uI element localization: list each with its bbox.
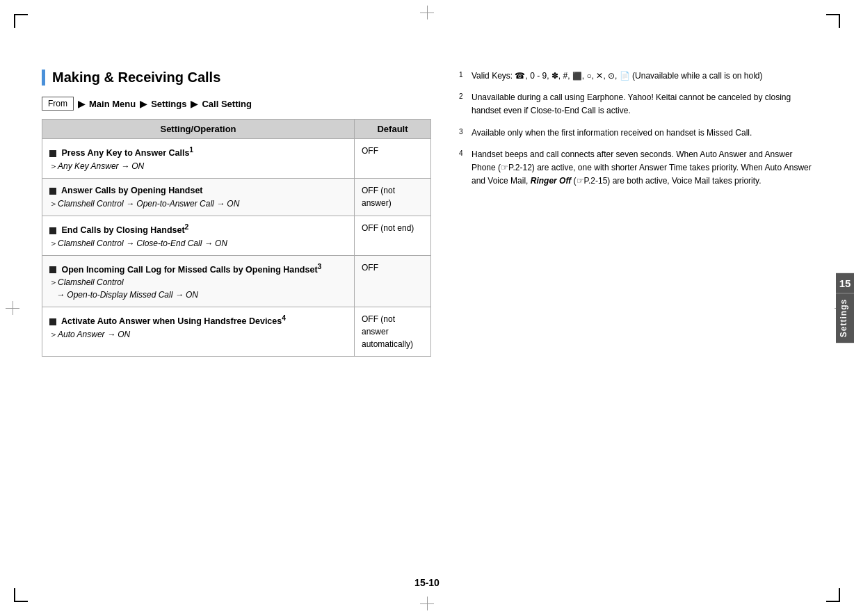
- default-cell-1: OFF: [355, 139, 431, 179]
- table-row: End Calls by Closing Handset2 ＞Clamshell…: [42, 216, 431, 255]
- breadcrumb-call-setting: Call Setting: [202, 99, 252, 109]
- setting-cell-4: Open Incoming Call Log for Missed Calls …: [42, 255, 355, 307]
- row-main-2: Answer Calls by Opening Handset: [49, 184, 347, 197]
- center-mark-top: [420, 6, 434, 19]
- note-text-3: Available only when the first informatio…: [472, 127, 814, 140]
- main-content: Making & Receiving Calls From ▶ Main Men…: [42, 70, 431, 357]
- note-number-3: 3: [459, 127, 467, 140]
- bullet-icon-5: [49, 318, 56, 325]
- table-row: Open Incoming Call Log for Missed Calls …: [42, 255, 431, 307]
- corner-mark-tl: [14, 14, 35, 35]
- default-cell-2: OFF (not answer): [355, 178, 431, 216]
- page-title: Making & Receiving Calls: [42, 70, 431, 86]
- sidebar-number: 15: [836, 273, 854, 293]
- breadcrumb-from: From: [42, 97, 74, 111]
- row-sub-4b: → Open-to-Display Missed Call → ON: [49, 289, 347, 301]
- note-text-2: Unavailable during a call using Earphone…: [472, 91, 814, 117]
- breadcrumb-arrow-1: ▶: [78, 99, 85, 109]
- settings-table: Setting/Operation Default Press Any Key …: [42, 119, 431, 357]
- center-mark-bottom: [420, 597, 434, 610]
- row-main-4: Open Incoming Call Log for Missed Calls …: [49, 261, 347, 277]
- note-number-2: 2: [459, 91, 467, 117]
- note-number-1: 1: [459, 70, 467, 83]
- col-header-default: Default: [355, 120, 431, 139]
- table-row: Answer Calls by Opening Handset ＞Clamshe…: [42, 178, 431, 216]
- default-cell-5: OFF (not answer automatically): [355, 307, 431, 357]
- table-row: Activate Auto Answer when Using Handsfre…: [42, 307, 431, 357]
- row-sub-4: ＞Clamshell Control: [49, 276, 347, 289]
- col-header-setting: Setting/Operation: [42, 120, 355, 139]
- breadcrumb-arrow-3: ▶: [191, 99, 198, 109]
- breadcrumb-main-menu: Main Menu: [89, 99, 136, 109]
- note-text-4: Handset beeps and call connects after se…: [472, 148, 814, 188]
- note-text-1: Valid Keys: ☎, 0 - 9, ✽, #, ⬛, ○, ✕, ⊙, …: [472, 70, 814, 83]
- settings-sidebar: 15 Settings: [836, 273, 854, 343]
- corner-mark-bl: [14, 581, 35, 602]
- setting-cell-5: Activate Auto Answer when Using Handsfre…: [42, 307, 355, 357]
- breadcrumb: From ▶ Main Menu ▶ Settings ▶ Call Setti…: [42, 97, 431, 111]
- note-3: 3 Available only when the first informat…: [459, 127, 814, 140]
- row-sub-3: ＞Clamshell Control → Close-to-End Call →…: [49, 237, 347, 250]
- bullet-icon-4: [49, 266, 56, 273]
- bullet-icon-3: [49, 227, 56, 234]
- row-main-3: End Calls by Closing Handset2: [49, 222, 347, 237]
- table-row: Press Any Key to Answer Calls1 ＞Any Key …: [42, 139, 431, 179]
- default-cell-3: OFF (not end): [355, 216, 431, 255]
- note-4: 4 Handset beeps and call connects after …: [459, 148, 814, 188]
- bullet-icon-1: [49, 150, 56, 157]
- note-2: 2 Unavailable during a call using Earpho…: [459, 91, 814, 117]
- page-number: 15-10: [414, 577, 440, 588]
- right-notes: 1 Valid Keys: ☎, 0 - 9, ✽, #, ⬛, ○, ✕, ⊙…: [459, 70, 814, 196]
- bullet-icon-2: [49, 188, 56, 195]
- row-sub-1: ＞Any Key Answer → ON: [49, 160, 347, 172]
- corner-mark-tr: [819, 14, 840, 35]
- breadcrumb-settings: Settings: [151, 99, 186, 109]
- setting-cell-2: Answer Calls by Opening Handset ＞Clamshe…: [42, 178, 355, 216]
- default-cell-4: OFF: [355, 255, 431, 307]
- breadcrumb-arrow-2: ▶: [140, 99, 147, 109]
- sidebar-label: Settings: [836, 293, 854, 343]
- row-sub-2: ＞Clamshell Control → Open-to-Answer Call…: [49, 197, 347, 210]
- note-number-4: 4: [459, 148, 467, 188]
- row-main-5: Activate Auto Answer when Using Handsfre…: [49, 313, 347, 328]
- center-mark-left: [6, 301, 19, 315]
- row-sub-5: ＞Auto Answer → ON: [49, 328, 347, 341]
- setting-cell-1: Press Any Key to Answer Calls1 ＞Any Key …: [42, 139, 355, 179]
- setting-cell-3: End Calls by Closing Handset2 ＞Clamshell…: [42, 216, 355, 255]
- row-main-1: Press Any Key to Answer Calls1: [49, 145, 347, 160]
- note-1: 1 Valid Keys: ☎, 0 - 9, ✽, #, ⬛, ○, ✕, ⊙…: [459, 70, 814, 83]
- corner-mark-br: [819, 581, 840, 602]
